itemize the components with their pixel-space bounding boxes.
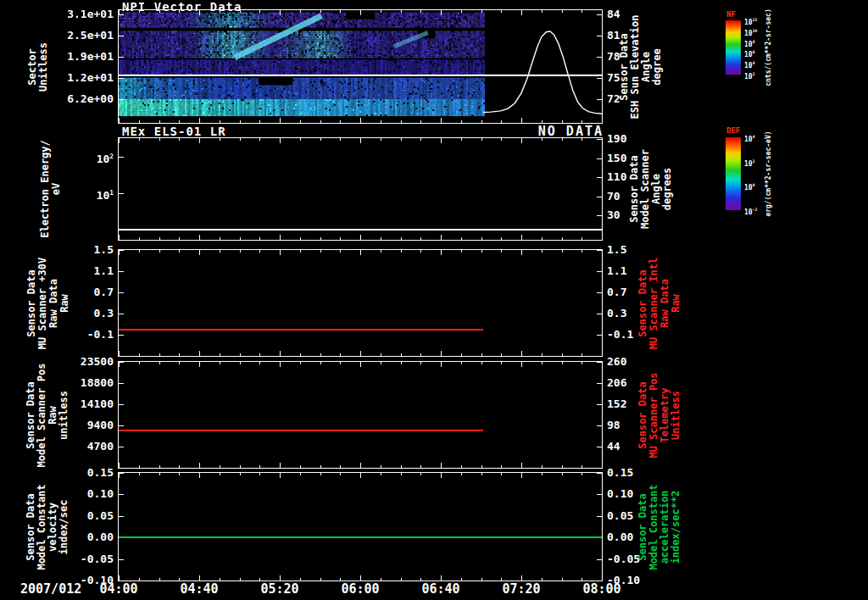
x-tick-mark [441, 362, 442, 367]
x-tick-mark [542, 138, 542, 141]
x-tick-mark [259, 250, 260, 253]
panel-model-velocity [118, 472, 603, 581]
x-tick-mark [139, 362, 140, 364]
y-tick-mark [119, 78, 124, 79]
x-tick-mark [300, 120, 301, 123]
x-tick-mark [220, 138, 220, 141]
x-tick-mark [441, 10, 442, 15]
x-tick-mark [441, 575, 442, 581]
x-tick-mark [199, 463, 200, 468]
x-tick-mark [280, 463, 281, 468]
x-tick-mark [461, 362, 462, 364]
x-tick-mark [259, 473, 260, 475]
x-tick-mark [481, 465, 482, 468]
y-axis-title: Electron Energy/eV [40, 140, 62, 238]
x-tick-label: 04:00 [85, 581, 153, 597]
y-tick-mark [119, 292, 124, 293]
y-axis-title: Sensor DataModel Scanner PosRawunitless [25, 363, 70, 467]
x-tick-mark [179, 10, 180, 13]
y-tick-mark [119, 494, 124, 495]
y-tick-mark [597, 250, 602, 251]
y-tick-mark [119, 383, 124, 384]
x-tick-mark [340, 138, 341, 141]
x-tick-mark [300, 465, 301, 468]
x-tick-mark [259, 362, 260, 364]
y-tick-mark [119, 250, 124, 251]
y-axis-title: SectorUnitless [27, 42, 49, 92]
x-tick-mark [521, 575, 522, 581]
x-tick-label: 08:00 [568, 581, 636, 597]
x-tick-mark [602, 10, 603, 15]
x-tick-mark [501, 250, 502, 253]
x-tick-mark [420, 473, 421, 475]
x-tick-mark [581, 120, 582, 123]
x-tick-mark [340, 362, 341, 364]
y-tick-mark [597, 177, 602, 178]
y-tick-mark [597, 383, 602, 384]
x-tick-mark [381, 138, 381, 141]
x-tick-mark [481, 138, 482, 141]
x-tick-mark [179, 353, 180, 356]
x-tick-mark [461, 237, 462, 240]
x-tick-mark [320, 473, 321, 475]
y-tick-mark [119, 473, 124, 474]
x-tick-mark [401, 465, 402, 468]
x-tick-mark [521, 473, 522, 478]
x-tick-mark [501, 473, 502, 475]
x-tick-mark [581, 353, 582, 356]
x-tick-mark [119, 138, 120, 143]
y-tick-mark [597, 215, 602, 216]
x-tick-label: 06:00 [326, 581, 394, 597]
x-tick-mark [481, 362, 482, 364]
x-tick-mark [581, 250, 582, 253]
x-tick-mark [542, 465, 542, 468]
y-tick-mark [597, 197, 602, 197]
x-tick-mark [420, 237, 421, 240]
x-tick-mark [280, 138, 281, 143]
x-tick-mark [259, 10, 260, 13]
x-tick-mark [581, 237, 582, 240]
x-tick-mark [240, 250, 241, 253]
x-tick-mark [220, 10, 220, 13]
x-tick-mark [220, 250, 220, 253]
y-tick-mark [119, 14, 124, 15]
y-tick-mark [597, 559, 602, 560]
x-tick-mark [401, 250, 402, 253]
y-tick-mark [119, 425, 124, 426]
x-tick-mark [501, 120, 502, 123]
x-tick-mark [360, 473, 361, 478]
data-line [119, 430, 483, 431]
x-tick-mark [542, 10, 542, 13]
x-tick-mark [159, 120, 160, 123]
x-tick-mark [521, 138, 522, 143]
x-tick-mark [340, 465, 341, 468]
y-tick-mark [597, 494, 602, 495]
x-tick-mark [320, 353, 321, 356]
x-tick-mark [360, 118, 361, 123]
x-tick-mark [199, 118, 200, 123]
x-tick-mark [542, 473, 542, 475]
x-tick-mark [501, 138, 502, 141]
x-tick-mark [420, 465, 421, 468]
x-tick-mark [320, 250, 321, 253]
x-tick-mark [461, 250, 462, 253]
colorbar-nf [726, 20, 741, 75]
x-tick-mark [401, 10, 402, 13]
x-tick-mark [441, 473, 442, 478]
colorbar-tick-label: 10-2 [744, 206, 757, 216]
x-tick-label: 05:20 [246, 581, 314, 597]
x-tick-mark [441, 138, 442, 143]
x-tick-mark [602, 463, 603, 468]
x-tick-mark [179, 578, 180, 581]
x-tick-mark [199, 10, 200, 15]
y-tick-mark [119, 157, 124, 158]
x-tick-mark [401, 120, 402, 123]
right-y-tick-label: 1.5 [607, 243, 666, 257]
y-tick-mark [119, 314, 124, 314]
x-tick-mark [461, 473, 462, 475]
colorbar-def-label: DEF [726, 126, 740, 135]
x-tick-mark [220, 578, 220, 581]
science-plot-screen: NPI Vector Data MEx ELS-01 LR NO DATA 20… [0, 0, 868, 600]
x-tick-mark [420, 362, 421, 364]
x-tick-mark [562, 10, 563, 13]
